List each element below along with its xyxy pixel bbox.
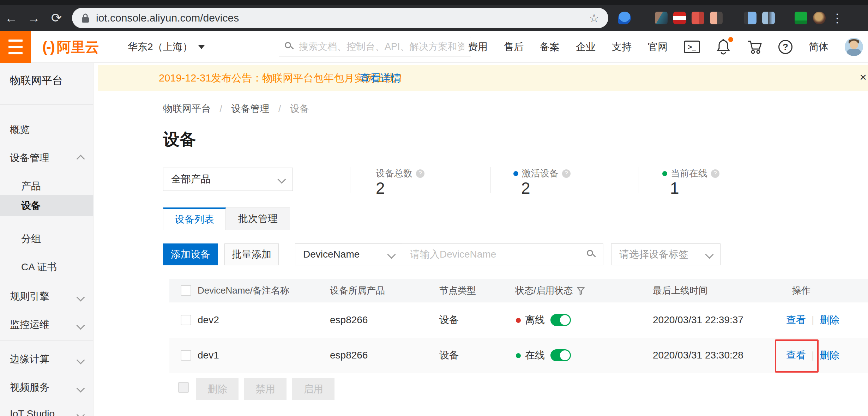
chevron-down-icon — [76, 293, 85, 301]
extension-icon[interactable] — [710, 12, 723, 24]
reload-icon[interactable]: ⟳ — [45, 11, 68, 25]
device-name[interactable]: dev2 — [198, 302, 219, 338]
extension-icon[interactable] — [744, 12, 757, 24]
bulk-disable-button[interactable]: 禁用 — [244, 378, 287, 400]
language-switcher[interactable]: 简体 — [809, 40, 828, 54]
forward-icon[interactable]: → — [23, 11, 45, 25]
help-tooltip-icon[interactable]: ? — [562, 169, 571, 178]
delete-link[interactable]: 删除 — [820, 314, 839, 325]
filter-funnel-icon[interactable] — [577, 287, 585, 295]
stat-divider — [350, 167, 350, 193]
device-table: DeviceName/备注名称 设备所属产品 节点类型 状态/启用状态 最后上线… — [169, 279, 868, 373]
extension-icon[interactable] — [673, 12, 686, 24]
device-name[interactable]: dev1 — [198, 338, 219, 373]
search-type-select[interactable]: DeviceName — [295, 243, 403, 265]
sidebar-item-ca-cert[interactable]: CA 证书 — [0, 259, 94, 276]
back-icon[interactable]: ← — [0, 11, 23, 25]
cart-icon[interactable] — [747, 39, 762, 55]
banner-detail-link[interactable]: 查看详情 — [360, 65, 401, 91]
sidebar-item-devices[interactable]: 设备 — [0, 195, 94, 216]
aliyun-logo[interactable]: (-) 阿里云 — [42, 31, 99, 63]
caret-down-icon — [198, 45, 205, 49]
extension-icon[interactable] — [795, 12, 807, 24]
stat-total-value: 2 — [376, 179, 385, 198]
search-icon[interactable] — [587, 250, 596, 259]
extension-icon[interactable] — [813, 12, 826, 24]
global-search-box[interactable] — [279, 37, 471, 56]
device-search-input[interactable] — [409, 248, 587, 260]
bulk-enable-button[interactable]: 启用 — [292, 378, 334, 400]
nav-icp[interactable]: 备案 — [540, 40, 560, 54]
extensions-row — [618, 12, 826, 24]
stat-divider — [639, 167, 639, 193]
enable-toggle[interactable] — [550, 314, 571, 326]
bulk-delete-button[interactable]: 删除 — [196, 378, 239, 400]
select-all-checkbox[interactable] — [181, 285, 191, 296]
enable-toggle[interactable] — [550, 349, 571, 361]
batch-add-button[interactable]: 批量添加 — [224, 243, 279, 265]
announcement-banner: 2019-12-31发布公告：物联网平台包年包月实例上线！ 查看详情 × — [98, 65, 868, 91]
delete-link[interactable]: 删除 — [820, 350, 839, 361]
app-root: ← → ⟳ iot.console.aliyun.com/devices ☆ — [0, 0, 868, 416]
sidebar-item-iot-studio[interactable]: IoT Studio — [0, 405, 94, 416]
nav-website[interactable]: 官网 — [648, 40, 668, 54]
nav-enterprise[interactable]: 企业 — [576, 40, 596, 54]
extension-icon[interactable] — [618, 12, 631, 24]
search-icon — [285, 42, 294, 51]
add-device-button[interactable]: 添加设备 — [163, 243, 218, 265]
global-search-input[interactable] — [298, 41, 465, 53]
extension-icon[interactable] — [637, 12, 649, 24]
sidebar-item-device-management[interactable]: 设备管理 — [0, 150, 94, 167]
chevron-down-icon — [76, 410, 85, 416]
banner-close-icon[interactable]: × — [860, 70, 867, 84]
col-node-type: 节点类型 — [439, 279, 476, 302]
help-tooltip-icon[interactable]: ? — [711, 169, 719, 178]
view-link[interactable]: 查看 — [786, 314, 806, 325]
chevron-down-icon — [277, 175, 286, 183]
cloudshell-icon[interactable]: >_ — [684, 41, 700, 53]
help-tooltip-icon[interactable]: ? — [416, 169, 424, 178]
hamburger-menu-button[interactable] — [0, 31, 31, 63]
stat-active-label: 激活设备 ? — [513, 167, 571, 180]
help-icon[interactable]: ? — [778, 40, 792, 54]
active-dot-icon — [513, 171, 518, 176]
browser-menu-icon[interactable]: ⋮ — [831, 11, 843, 25]
device-tag-select[interactable]: 请选择设备标签 — [611, 243, 721, 265]
sidebar-item-monitoring[interactable]: 监控运维 — [0, 316, 94, 333]
region-selector[interactable]: 华东2（上海） — [128, 31, 205, 63]
tab-batch-management[interactable]: 批次管理 — [226, 207, 290, 230]
row-checkbox[interactable] — [181, 350, 191, 361]
sidebar-item-rules-engine[interactable]: 规则引擎 — [0, 288, 94, 305]
extension-icon[interactable] — [762, 12, 775, 24]
sidebar-item-edge-computing[interactable]: 边缘计算 — [0, 351, 94, 368]
extension-icon[interactable] — [655, 12, 668, 24]
row-checkbox[interactable] — [181, 315, 191, 325]
breadcrumb-device-management[interactable]: 设备管理 — [231, 103, 270, 114]
nav-billing[interactable]: 费用 — [468, 40, 488, 54]
device-status: 离线 — [525, 302, 545, 338]
extension-icon[interactable] — [692, 12, 704, 24]
device-status: 在线 — [525, 338, 545, 373]
view-link[interactable]: 查看 — [786, 350, 806, 361]
bulk-select-checkbox[interactable] — [178, 382, 189, 393]
bookmark-star-icon[interactable]: ☆ — [589, 11, 599, 25]
notification-bell-icon[interactable] — [716, 39, 730, 55]
nav-aftersale[interactable]: 售后 — [504, 40, 524, 54]
sidebar-item-products[interactable]: 产品 — [0, 178, 94, 195]
browser-tab-strip — [0, 0, 868, 5]
product-select[interactable]: 全部产品 — [163, 168, 293, 191]
browser-toolbar: ← → ⟳ iot.console.aliyun.com/devices ☆ — [0, 5, 868, 31]
sidebar-item-overview[interactable]: 概览 — [0, 121, 94, 138]
user-avatar[interactable] — [845, 38, 863, 56]
breadcrumb-iot-platform[interactable]: 物联网平台 — [163, 103, 211, 114]
stat-active-value: 2 — [521, 179, 530, 198]
sidebar-item-video-service[interactable]: 视频服务 — [0, 379, 94, 396]
chevron-down-icon — [76, 321, 85, 330]
product-select-value: 全部产品 — [171, 173, 211, 186]
main-content: 2019-12-31发布公告：物联网平台包年包月实例上线！ 查看详情 × 物联网… — [94, 63, 868, 416]
sidebar-item-groups[interactable]: 分组 — [0, 230, 94, 247]
url-bar[interactable]: iot.console.aliyun.com/devices ☆ — [72, 8, 608, 28]
nav-support[interactable]: 支持 — [612, 40, 632, 54]
tab-device-list[interactable]: 设备列表 — [163, 207, 226, 230]
chevron-down-icon — [705, 250, 713, 259]
